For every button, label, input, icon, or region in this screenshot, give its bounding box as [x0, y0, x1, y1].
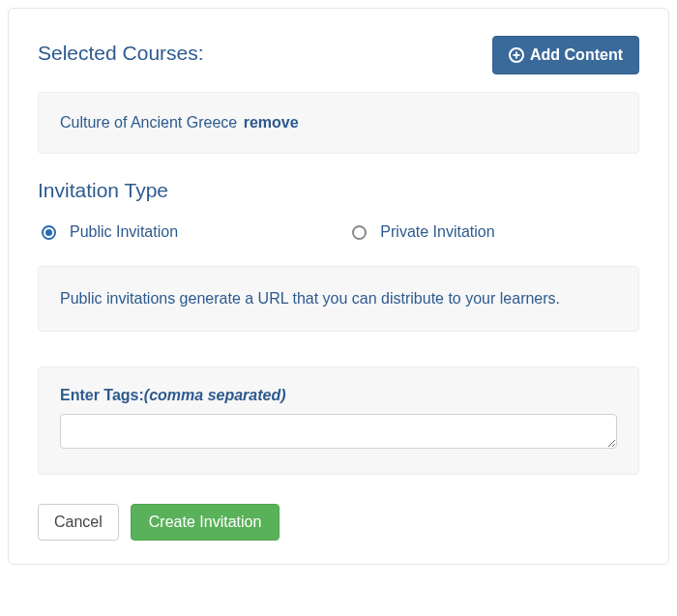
- invitation-type-options: Public Invitation Private Invitation: [38, 223, 639, 241]
- add-content-label: Add Content: [530, 47, 623, 63]
- footer-actions: Cancel Create Invitation: [38, 504, 639, 541]
- public-invitation-option[interactable]: Public Invitation: [42, 223, 352, 241]
- radio-unchecked-icon: [352, 225, 367, 240]
- invitation-type-heading: Invitation Type: [38, 179, 639, 202]
- header-row: Selected Courses: Add Content: [38, 36, 639, 74]
- create-invitation-button[interactable]: Create Invitation: [131, 504, 280, 541]
- private-invitation-label: Private Invitation: [380, 223, 494, 241]
- invitation-panel: Selected Courses: Add Content Culture of…: [8, 8, 669, 565]
- course-row: Culture of Ancient Greece remove: [60, 114, 617, 132]
- tags-hint: (comma separated): [144, 387, 286, 403]
- add-content-button[interactable]: Add Content: [492, 36, 639, 74]
- tags-input[interactable]: [60, 414, 617, 449]
- invitation-description: Public invitations generate a URL that y…: [38, 266, 639, 332]
- radio-checked-icon: [42, 225, 56, 240]
- private-invitation-option[interactable]: Private Invitation: [352, 223, 494, 241]
- public-invitation-label: Public Invitation: [70, 223, 178, 241]
- cancel-button[interactable]: Cancel: [38, 504, 119, 541]
- course-name: Culture of Ancient Greece: [60, 114, 237, 131]
- remove-course-link[interactable]: remove: [244, 114, 299, 131]
- plus-circle-icon: [509, 47, 524, 63]
- tags-label-row: Enter Tags:(comma separated): [60, 387, 617, 404]
- selected-courses-well: Culture of Ancient Greece remove: [38, 92, 639, 154]
- tags-section: Enter Tags:(comma separated): [38, 367, 639, 475]
- tags-label: Enter Tags:: [60, 387, 144, 403]
- selected-courses-heading: Selected Courses:: [38, 42, 204, 65]
